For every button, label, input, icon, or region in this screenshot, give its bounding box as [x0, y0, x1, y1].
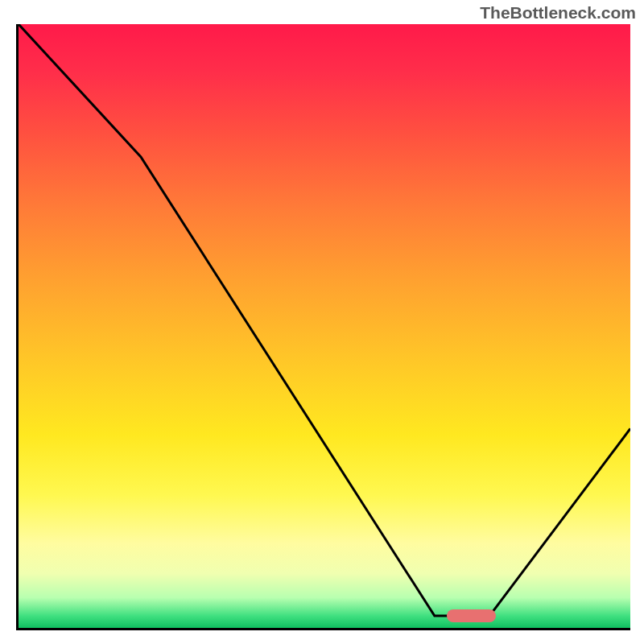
curve-svg [19, 24, 630, 628]
plot-area [16, 24, 630, 630]
chart-container: TheBottleneck.com [0, 0, 644, 644]
bottleneck-curve [19, 24, 630, 616]
optimal-marker [447, 609, 496, 622]
watermark-text: TheBottleneck.com [480, 3, 636, 23]
